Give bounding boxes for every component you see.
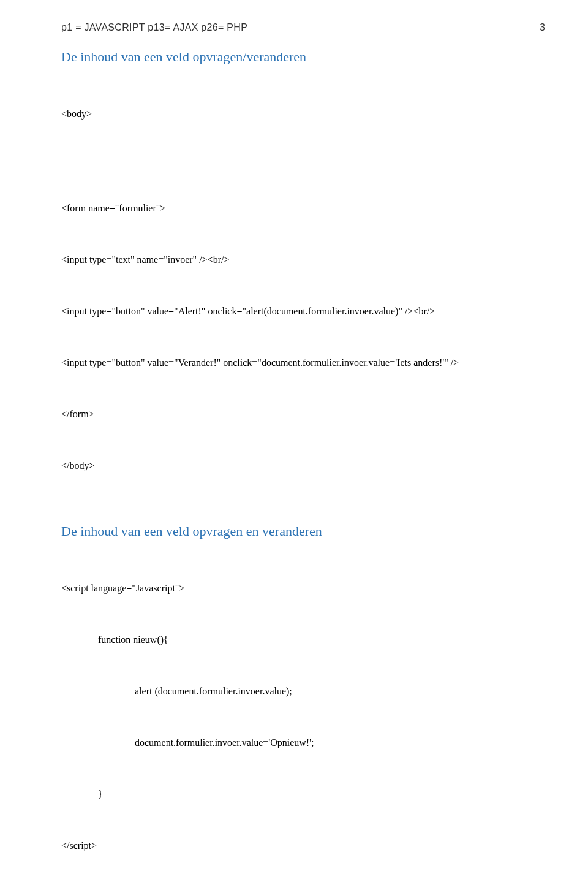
code-line: document.formulier.invoer.value='Opnieuw… bbox=[61, 734, 545, 751]
code-line: </script> bbox=[61, 837, 545, 854]
header-page-number: 3 bbox=[540, 22, 545, 33]
code-line: } bbox=[61, 786, 545, 803]
code-block-2: <script language="Javascript"> function … bbox=[61, 546, 545, 882]
code-line: </body> bbox=[61, 457, 545, 474]
code-line: </form> bbox=[61, 406, 545, 423]
code-line: <input type="button" value="Verander!" o… bbox=[61, 354, 545, 371]
code-line: <input type="button" value="Alert!" oncl… bbox=[61, 303, 545, 320]
code-block-1: <body> <form name="formulier"> <input ty… bbox=[61, 71, 545, 509]
code-line: <form name="formulier"> bbox=[61, 200, 545, 217]
header-left: p1 = JAVASCRIPT p13= AJAX p26= PHP bbox=[61, 22, 247, 33]
page-header: p1 = JAVASCRIPT p13= AJAX p26= PHP 3 bbox=[61, 22, 545, 33]
document-page: p1 = JAVASCRIPT p13= AJAX p26= PHP 3 De … bbox=[0, 0, 588, 882]
code-line: <input type="text" name="invoer" /><br/> bbox=[61, 251, 545, 268]
section-title-2: De inhoud van een veld opvragen en veran… bbox=[61, 523, 545, 539]
code-line: function nieuw(){ bbox=[61, 631, 545, 648]
code-blank-line bbox=[61, 157, 545, 165]
code-line: alert (document.formulier.invoer.value); bbox=[61, 683, 545, 700]
code-line: <script language="Javascript"> bbox=[61, 580, 545, 597]
code-line: <body> bbox=[61, 105, 545, 123]
section-title-1: De inhoud van een veld opvragen/verander… bbox=[61, 49, 545, 65]
